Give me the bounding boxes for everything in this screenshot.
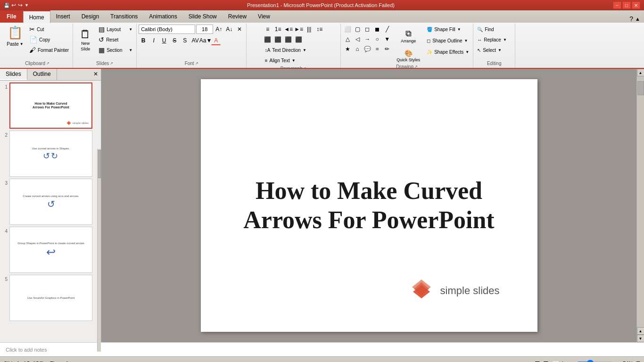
find-button[interactable]: 🔍 Find (475, 25, 513, 34)
font-color-button[interactable]: A (211, 36, 221, 45)
redo-icon[interactable]: ↪ (18, 2, 23, 8)
align-center-button[interactable]: ⬛ (273, 35, 283, 44)
shape-circle[interactable]: ○ (372, 34, 382, 44)
align-text-button[interactable]: ≡ Align Text ▼ (263, 56, 305, 65)
panel-scrollbar[interactable] (97, 149, 101, 352)
help-icon[interactable]: ? (629, 15, 633, 23)
right-scrollbar[interactable]: ▲ ▲ ▼ (636, 69, 644, 342)
cut-button[interactable]: ✂ Cut (27, 25, 71, 34)
arrange-button[interactable]: ⧉ Arrange (395, 25, 422, 48)
slide-sorter-button[interactable]: ⊟ (543, 360, 549, 362)
slides-expand-icon[interactable]: ↗ (110, 61, 113, 66)
text-direction-button[interactable]: ↕A Text Direction ▼ (263, 45, 308, 55)
reading-view-button[interactable]: 📖 (552, 360, 560, 362)
numbering-button[interactable]: 1≡ (273, 25, 283, 34)
normal-view-button[interactable]: ⊞ (535, 360, 540, 362)
tab-design[interactable]: Design (76, 10, 105, 23)
font-shrink-button[interactable]: A↓ (224, 25, 234, 34)
thumbnail-3[interactable]: 3 Create curved arrows using arcs and ar… (2, 179, 99, 225)
tab-review[interactable]: Review (223, 10, 252, 23)
reset-button[interactable]: ↺ Reset (97, 35, 134, 44)
dropdown-icon[interactable]: ▼ (25, 3, 29, 8)
increase-indent-button[interactable]: ►≡ (294, 25, 304, 34)
zoom-in-button[interactable]: + (617, 361, 620, 362)
drawing-expand-icon[interactable]: ↗ (414, 65, 418, 69)
paste-dropdown[interactable]: Paste ▼ (5, 41, 25, 47)
fit-slide-button[interactable]: ⊡ (636, 360, 640, 362)
format-painter-button[interactable]: 🖌 Format Painter (27, 45, 71, 55)
paste-button[interactable]: 📋 Paste ▼ (4, 25, 26, 56)
font-name-input[interactable] (139, 25, 195, 34)
shape-snip[interactable]: ◻ (363, 25, 372, 34)
bold-button[interactable]: B (139, 36, 148, 45)
scroll-up-button[interactable]: ▲ (637, 69, 644, 76)
undo-icon[interactable]: ↩ (11, 2, 16, 8)
font-size-input[interactable] (196, 25, 213, 34)
slide-canvas[interactable]: How to Make Curved Arrows For PowerPoint… (201, 79, 537, 332)
quick-styles-button[interactable]: 🎨 Quick Styles (395, 49, 422, 63)
shape-rounded[interactable]: ▢ (353, 25, 362, 34)
shape-line[interactable]: ╱ (382, 25, 392, 34)
font-expand-icon[interactable]: ↗ (195, 61, 198, 66)
close-button[interactable]: ✕ (632, 1, 640, 9)
zoom-slider[interactable] (577, 360, 614, 362)
justify-button[interactable]: ⬛ (294, 35, 304, 44)
maximize-button[interactable]: □ (622, 1, 631, 9)
underline-button[interactable]: U (159, 36, 169, 45)
tab-view[interactable]: View (252, 10, 276, 23)
scroll-thumb[interactable] (637, 81, 644, 95)
layout-button[interactable]: ▤ Layout ▼ (97, 25, 134, 34)
align-left-button[interactable]: ⬛ (263, 35, 272, 44)
scroll-down-1-button[interactable]: ▲ (637, 327, 644, 335)
shape-edit[interactable]: ✏ (382, 44, 392, 54)
bullets-button[interactable]: ≡ (263, 25, 272, 34)
close-panel-button[interactable]: ✕ (91, 69, 101, 80)
minimize-button[interactable]: − (613, 1, 621, 9)
align-right-button[interactable]: ⬛ (284, 35, 293, 44)
shape-arrow[interactable]: → (363, 34, 372, 44)
tab-file[interactable]: File (0, 10, 23, 23)
shape-rect[interactable]: ⬜ (343, 25, 352, 34)
replace-button[interactable]: ↔ Replace ▼ (475, 35, 513, 44)
shape-star[interactable]: ★ (343, 44, 352, 54)
shape-outline-button[interactable]: ◻ Shape Outline ▼ (425, 36, 471, 45)
shape-tri[interactable]: △ (343, 34, 352, 44)
decrease-indent-button[interactable]: ◄≡ (284, 25, 293, 34)
tab-insert[interactable]: Insert (50, 10, 76, 23)
panel-scroll-thumb[interactable] (98, 150, 101, 178)
section-button[interactable]: ▦ Section ▼ (97, 45, 134, 55)
shadow-button[interactable]: S (180, 36, 190, 45)
shape-rtri[interactable]: ◁ (353, 34, 362, 44)
font-grow-button[interactable]: A↑ (214, 25, 223, 34)
shape-eq[interactable]: = (372, 44, 382, 54)
thumbnail-5[interactable]: 5 Use SmartArt Graphics in PowerPoint (2, 275, 99, 321)
clipboard-expand-icon[interactable]: ↗ (46, 61, 50, 66)
shape-rect2[interactable]: ◼ (372, 25, 382, 34)
minimize-ribbon-icon[interactable]: ▲ (635, 16, 640, 22)
strikethrough-button[interactable]: S (170, 36, 179, 45)
tab-slideshow[interactable]: Slide Show (183, 10, 223, 23)
save-icon[interactable]: 💾 (4, 3, 9, 8)
line-spacing-button[interactable]: ↕≡ (315, 25, 324, 34)
shape-banner[interactable]: ⌂ (353, 44, 362, 54)
tab-animations[interactable]: Animations (143, 10, 182, 23)
shape-more[interactable]: ▼ (382, 34, 392, 44)
thumbnail-2[interactable]: 2 Use curved arrows in Shapes. ↺↻ (2, 131, 99, 177)
copy-button[interactable]: 📄 Copy (27, 35, 71, 44)
scroll-down-2-button[interactable]: ▼ (637, 335, 644, 342)
slideshow-button[interactable]: ▶ (562, 360, 568, 362)
thumbnail-4[interactable]: 4 Group Shapes in PowerPoint to create c… (2, 227, 99, 273)
columns-button[interactable]: ||| (305, 25, 314, 34)
shape-call[interactable]: 💬 (363, 44, 372, 54)
thumbnail-1[interactable]: 1 How to Make CurvedArrows For PowerPoin… (2, 82, 99, 129)
shape-fill-button[interactable]: 🪣 Shape Fill ▼ (425, 25, 471, 34)
new-slide-button[interactable]: 🗒 New Slide (75, 25, 96, 56)
char-spacing-button[interactable]: AV (190, 36, 200, 45)
change-case-button[interactable]: Aa▼ (201, 36, 210, 45)
tab-outline[interactable]: Outline (27, 69, 57, 80)
zoom-out-button[interactable]: − (570, 361, 573, 362)
shape-effects-button[interactable]: ✨ Shape Effects ▼ (425, 47, 471, 57)
clear-format-button[interactable]: ✕ (235, 25, 244, 34)
select-button[interactable]: ↖ Select ▼ (475, 45, 513, 55)
tab-slides[interactable]: Slides (0, 69, 27, 80)
